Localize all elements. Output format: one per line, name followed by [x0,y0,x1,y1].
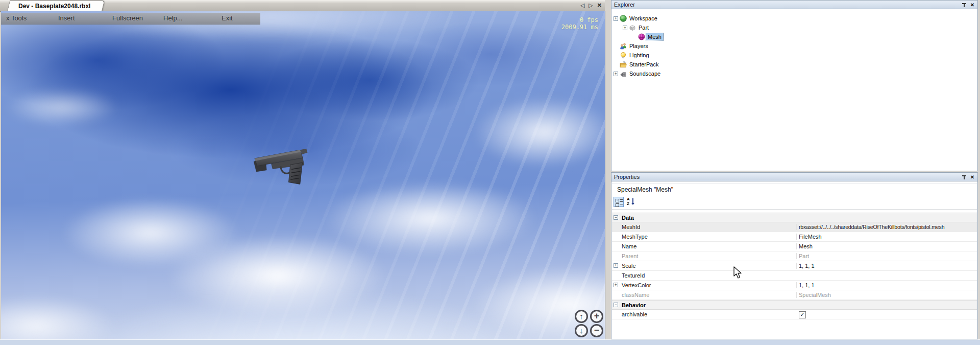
explorer-item-mesh[interactable]: Mesh [612,32,977,41]
explorer-panel: Explorer ✕ + Workspace + [611,0,978,172]
expand-toggle-icon[interactable]: + [614,72,618,76]
menu-item-help[interactable]: Help... [163,14,183,22]
properties-title: Properties [614,174,640,180]
players-icon [620,42,628,50]
explorer-title: Explorer [614,2,635,8]
lighting-icon [620,52,628,59]
starterpack-icon [620,61,628,68]
expand-toggle-icon[interactable]: + [614,283,618,287]
property-row-parent: Parent Part [612,251,977,261]
properties-panel: Properties ✕ SpecialMesh "Mesh" A [611,172,978,339]
property-row-vertexcolor[interactable]: + VertexColor 1, 1, 1 [612,281,977,290]
property-row-scale[interactable]: + Scale 1, 1, 1 [612,261,977,271]
property-value-readonly: SpecialMesh [796,292,975,298]
selected-object-label: SpecialMesh "Mesh" [617,186,673,193]
tree-item-label: Part [637,24,650,31]
explorer-header[interactable]: Explorer ✕ [611,0,978,9]
explorer-item-players[interactable]: Players [612,41,977,51]
window-bottom-edge [0,339,980,345]
tree-item-label: Players [628,42,650,50]
game-menu-bar: x Tools Insert Fullscreen Help... Exit [1,13,260,25]
camera-up-button[interactable]: ↑ [575,310,588,323]
property-value[interactable]: rbxasset://../../../shareddata/RiseOfThe… [796,224,975,230]
pin-icon[interactable] [961,2,967,8]
property-row-meshtype[interactable]: MeshType FileMesh [612,232,977,242]
properties-body: SpecialMesh "Mesh" A Z [611,181,978,339]
document-tab-bar: Dev - Baseplate2048.rbxl ◁ ▷ ✕ [0,0,605,12]
document-tab-title: Dev - Baseplate2048.rbxl [18,3,90,10]
property-row-meshid[interactable]: MeshId rbxasset://../../../shareddata/Ri… [612,222,977,232]
expand-toggle-icon[interactable]: + [614,263,618,268]
alphabetical-sort-icon[interactable]: A Z [626,197,636,207]
tree-item-label: Workspace [628,15,659,22]
tree-item-label: Lighting [628,52,651,59]
tab-scroll-left-icon[interactable]: ◁ [580,2,584,9]
part-brick-icon [629,24,637,31]
tree-item-label: Soundscape [628,70,662,77]
3d-viewport[interactable]: x Tools Insert Fullscreen Help... Exit 0… [1,11,605,339]
property-value[interactable]: FileMesh [796,234,975,240]
close-icon[interactable]: ✕ [969,174,975,180]
tab-scroll-right-icon[interactable]: ▷ [589,2,593,9]
tree-item-label-selected: Mesh [646,33,663,40]
performance-stats: 0 fps 2009.91 ms [561,16,598,31]
fps-counter: 0 fps [561,16,598,24]
property-row-classname: className SpecialMesh [612,290,977,300]
selected-object-bar: SpecialMesh "Mesh" [612,183,977,196]
property-value-readonly: Part [796,253,975,259]
soundscape-icon [620,70,628,77]
tab-close-icon[interactable]: ✕ [597,2,602,9]
expand-toggle-icon[interactable]: + [614,16,618,21]
frame-time: 2009.91 ms [561,24,598,31]
pistol-mesh-object[interactable] [250,145,317,191]
workspace-globe-icon [620,15,628,22]
section-behavior[interactable]: − Behavior [612,300,977,310]
explorer-item-soundscape[interactable]: + Soundscape [612,69,977,78]
document-tab[interactable]: Dev - Baseplate2048.rbxl [7,1,102,11]
pin-icon[interactable] [961,174,967,180]
categorized-view-icon[interactable] [614,197,624,207]
explorer-item-lighting[interactable]: Lighting [612,51,977,60]
properties-header[interactable]: Properties ✕ [611,172,978,181]
menu-item-tools[interactable]: x Tools [6,14,27,22]
menu-item-insert[interactable]: Insert [58,14,75,22]
property-value[interactable]: 1, 1, 1 [796,282,975,288]
properties-grid: − Data MeshId rbxasset://../../../shared… [612,213,977,338]
zoom-out-button[interactable]: − [590,324,603,337]
explorer-item-workspace[interactable]: + Workspace [612,14,977,23]
camera-down-button[interactable]: ↓ [575,324,588,337]
expand-toggle-icon[interactable]: + [623,26,627,30]
collapse-toggle-icon[interactable]: − [614,215,618,220]
sort-arrow-icon [632,198,633,203]
zoom-in-button[interactable]: + [590,310,603,323]
tree-item-label: StarterPack [628,61,660,68]
special-mesh-icon [638,33,646,40]
section-data[interactable]: − Data [612,213,977,222]
menu-item-fullscreen[interactable]: Fullscreen [112,14,143,22]
property-row-name[interactable]: Name Mesh [612,242,977,251]
property-value[interactable]: 1, 1, 1 [796,263,975,269]
property-row-textureid[interactable]: TextureId [612,271,977,281]
explorer-item-starterpack[interactable]: StarterPack [612,60,977,69]
archivable-checkbox[interactable]: ✓ [799,311,806,318]
app-window: Dev - Baseplate2048.rbxl ◁ ▷ ✕ [0,0,980,345]
menu-item-exit[interactable]: Exit [222,14,233,22]
property-row-archivable[interactable]: archivable ✓ [612,310,977,319]
property-value[interactable]: Mesh [796,243,975,249]
window-edge [978,0,980,345]
explorer-tree: + Workspace + [611,9,978,171]
properties-toolbar: A Z [612,195,977,210]
close-icon[interactable]: ✕ [969,2,975,8]
collapse-toggle-icon[interactable]: − [614,303,618,307]
explorer-item-part[interactable]: + Part [612,23,977,32]
